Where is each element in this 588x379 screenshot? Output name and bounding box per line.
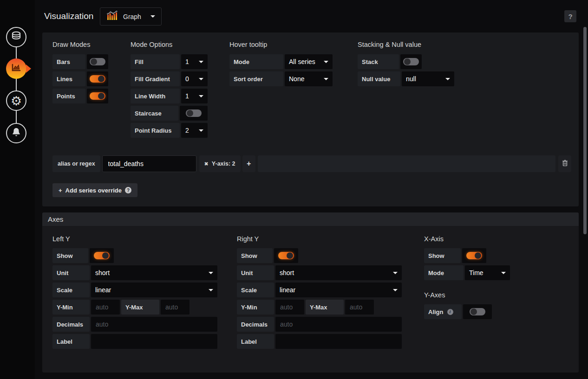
sort-order-value: None — [289, 75, 304, 83]
lines-toggle[interactable] — [87, 71, 108, 86]
viz-type-label: Graph — [123, 13, 141, 20]
override-yaxis-tag[interactable]: ✖ Y-axis: 2 — [199, 155, 241, 172]
delete-override-button[interactable] — [558, 155, 571, 172]
right-y-section: Right Y Show Unit short Scale — [237, 235, 402, 351]
fill-gradient-value: 0 — [185, 75, 189, 83]
left-y-scale-row: Scale linear — [52, 283, 217, 297]
chevron-down-icon — [445, 78, 450, 80]
right-y-show-label: Show — [237, 248, 273, 263]
left-y-unit-value: short — [95, 269, 110, 276]
toggle-knob — [403, 58, 419, 65]
left-y-label-input[interactable] — [91, 334, 217, 349]
stack-toggle[interactable] — [400, 54, 422, 69]
left-y-min-input[interactable] — [91, 300, 120, 315]
axes-title: Axes — [48, 215, 63, 223]
right-y-min-input[interactable] — [275, 300, 304, 315]
lines-label: Lines — [52, 71, 85, 86]
add-override-option-button[interactable]: + — [242, 155, 255, 172]
bar-chart-icon — [106, 11, 118, 23]
left-y-decimals-input[interactable] — [91, 317, 217, 332]
left-y-unit-row: Unit short — [52, 265, 217, 280]
section-title-draw-modes: Draw Modes — [52, 41, 108, 48]
x-axis-show-toggle[interactable] — [462, 248, 486, 263]
x-axis-title: X-Axis — [424, 235, 510, 243]
right-y-scale-select[interactable]: linear — [275, 283, 402, 297]
chevron-down-icon — [324, 61, 328, 63]
viz-type-picker[interactable]: Graph — [100, 7, 162, 26]
tooltip-mode-select[interactable]: All series — [285, 54, 333, 69]
right-y-title: Right Y — [237, 235, 402, 243]
fill-gradient-select[interactable]: 0 — [181, 71, 208, 86]
toggle-knob — [470, 308, 485, 315]
chevron-down-icon — [199, 78, 203, 80]
left-y-unit-select[interactable]: short — [91, 265, 217, 280]
right-y-decimals-row: Decimals — [237, 317, 402, 332]
left-y-title: Left Y — [52, 235, 217, 243]
page-title: Visualization — [44, 11, 93, 21]
right-y-max-input[interactable] — [345, 300, 374, 315]
left-y-max-input[interactable] — [161, 300, 189, 315]
left-y-scale-select[interactable]: linear — [91, 283, 217, 297]
right-y-max-label: Y-Max — [306, 300, 344, 315]
chevron-down-icon — [199, 61, 203, 63]
tooltip-mode-value: All series — [289, 58, 315, 65]
nav-connector-line — [16, 37, 17, 135]
staircase-toggle[interactable] — [180, 106, 208, 121]
override-row-filler — [258, 155, 555, 172]
sidebar-item-visualization[interactable] — [6, 58, 26, 79]
chevron-down-icon — [209, 272, 213, 274]
alias-or-regex-input[interactable] — [102, 155, 196, 172]
toggle-knob — [278, 252, 294, 259]
add-series-override-button[interactable]: + Add series override ? — [52, 183, 137, 197]
left-y-decimals-row: Decimals — [52, 317, 217, 332]
stacking-section: Stacking & Null value Stack Null value n… — [358, 41, 454, 89]
line-width-label: Line Width — [131, 89, 180, 103]
y-axes-title: Y-Axes — [424, 291, 510, 299]
right-y-unit-select[interactable]: short — [275, 265, 402, 280]
fill-gradient-row: Fill Gradient 0 — [131, 71, 208, 86]
null-value-label: Null value — [358, 71, 400, 86]
panel-editor-main: Visualization — [35, 0, 588, 379]
align-label-text: Align — [428, 308, 444, 315]
point-radius-select[interactable]: 2 — [181, 123, 208, 138]
point-radius-row: Point Radius 2 — [131, 123, 208, 138]
draw-modes-section: Draw Modes Bars Lines Points — [52, 41, 108, 106]
x-axis-mode-select[interactable]: Time — [465, 265, 510, 280]
toggle-knob — [90, 58, 105, 65]
sort-order-select[interactable]: None — [285, 71, 333, 86]
section-title-hover-tooltip: Hover tooltip — [229, 41, 333, 48]
staircase-row: Staircase — [131, 106, 208, 121]
database-icon — [10, 30, 22, 44]
right-y-min-label: Y-Min — [237, 300, 274, 315]
sidebar-item-queries[interactable] — [6, 27, 26, 47]
null-value-select[interactable]: null — [402, 71, 454, 86]
left-y-decimals-label: Decimals — [52, 317, 90, 332]
points-toggle[interactable] — [87, 89, 108, 103]
help-button[interactable]: ? — [564, 10, 576, 22]
sidebar-item-alert[interactable] — [6, 123, 26, 143]
left-y-min-label: Y-Min — [52, 300, 90, 315]
right-y-scale-label: Scale — [237, 283, 274, 297]
left-y-label-label: Label — [52, 334, 90, 349]
fill-select[interactable]: 1 — [181, 54, 208, 69]
right-y-decimals-input[interactable] — [275, 317, 402, 332]
sort-order-label: Sort order — [229, 71, 283, 86]
stack-row: Stack — [358, 54, 422, 69]
left-y-section: Left Y Show Unit short Scale — [52, 235, 217, 351]
active-tab-pointer — [26, 64, 31, 73]
line-width-select[interactable]: 1 — [181, 89, 208, 103]
toggle-knob — [90, 92, 105, 100]
left-y-show-toggle[interactable] — [90, 248, 114, 263]
bars-toggle[interactable] — [87, 54, 108, 69]
right-y-unit-value: short — [280, 269, 294, 276]
sidebar-item-general[interactable]: ⚙ — [6, 90, 26, 111]
right-y-label-input[interactable] — [275, 334, 402, 349]
line-width-row: Line Width 1 — [131, 89, 208, 103]
null-value-value: null — [406, 75, 416, 83]
null-value-row: Null value null — [358, 71, 454, 86]
y-axes-align-toggle[interactable] — [463, 304, 492, 319]
vertical-scrollbar[interactable] — [583, 27, 587, 234]
toggle-knob — [466, 252, 482, 259]
right-y-show-toggle[interactable] — [274, 248, 298, 263]
right-y-label-row: Label — [237, 334, 402, 349]
